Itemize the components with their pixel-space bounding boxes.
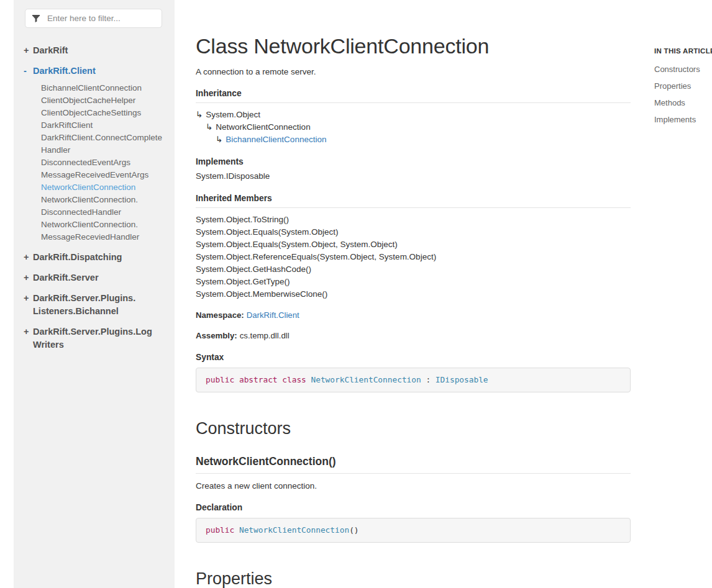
article: Class NetworkClientConnection A connecti… bbox=[196, 0, 631, 588]
properties-section-heading: Properties bbox=[196, 569, 631, 588]
nav-item-messagereceviedhandler[interactable]: NetworkClientConnection.​MessageRecevied… bbox=[41, 219, 170, 243]
filter-funnel-icon bbox=[32, 14, 40, 23]
in-this-article-rail: IN THIS ARTICLE Constructors Properties … bbox=[654, 47, 712, 132]
in-this-article-heading: IN THIS ARTICLE bbox=[654, 47, 712, 55]
class-summary: A connection to a remote server. bbox=[196, 66, 631, 78]
filter-box[interactable] bbox=[25, 9, 162, 28]
nav-group-row[interactable]: + DarkRift.Server bbox=[24, 271, 165, 284]
constructor-code-block: public NetworkClientConnection() bbox=[196, 518, 631, 543]
namespace-link[interactable]: DarkRift.Client bbox=[247, 310, 299, 320]
nav-group-label: DarkRift.Server.Plugins.​Listeners.Bicha… bbox=[33, 292, 162, 318]
inherited-member: System.Object.ToString() bbox=[196, 214, 631, 226]
article-toc-implements[interactable]: Implements bbox=[654, 115, 712, 124]
syntax-heading: Syntax bbox=[196, 353, 631, 362]
nav-group-row[interactable]: + DarkRift.Dispatching bbox=[24, 251, 165, 264]
inherited-member: System.Object.MemberwiseClone() bbox=[196, 288, 631, 301]
collapse-toggle-icon[interactable]: - bbox=[24, 65, 33, 78]
assembly-line: Assembly:cs.temp.dll.dll bbox=[196, 330, 631, 341]
nav-group-label: DarkRift bbox=[33, 44, 162, 57]
inherited-member: System.Object.Equals(System.Object, Syst… bbox=[196, 238, 631, 251]
tree-arrow-icon: ↳ bbox=[206, 122, 212, 132]
nav-item-clientobjectcachehelper[interactable]: ClientObjectCacheHelper bbox=[41, 94, 170, 107]
nav-group-darkrift: + DarkRift bbox=[24, 44, 165, 57]
nav-group-darkrift-server: + DarkRift.Server bbox=[24, 271, 165, 284]
nav-item-networkclientconnection[interactable]: NetworkClientConnection bbox=[41, 181, 170, 194]
nav-group-darkrift-dispatching: + DarkRift.Dispatching bbox=[24, 251, 165, 264]
tree-arrow-icon: ↳ bbox=[196, 110, 203, 119]
nav-group-label: DarkRift.Server.Plugins.Log​Writers bbox=[33, 325, 162, 351]
filter-input[interactable] bbox=[46, 13, 155, 24]
namespace-nav: + DarkRift - DarkRift.Client BichannelCl… bbox=[24, 44, 165, 351]
nav-group-row[interactable]: + DarkRift.Server.Plugins.Log​Writers bbox=[24, 325, 165, 351]
nav-group-label: DarkRift.Server bbox=[33, 271, 162, 284]
nav-leaf-list: BichannelClientConnection ClientObjectCa… bbox=[24, 82, 170, 243]
inherited-member: System.Object.GetType() bbox=[196, 276, 631, 288]
constructor-name: NetworkClientConnection() bbox=[196, 455, 631, 474]
nav-item-messagereceivedeventargs[interactable]: MessageReceivedEventArgs bbox=[41, 169, 170, 181]
page-title: Class NetworkClientConnection bbox=[196, 32, 631, 60]
expand-toggle-icon[interactable]: + bbox=[24, 251, 33, 264]
bichannelclientconnection-link[interactable]: BichannelClientConnection bbox=[226, 135, 326, 144]
implements-heading: Implements bbox=[196, 157, 631, 166]
inheritance-level-2: ↳BichannelClientConnection bbox=[196, 133, 631, 146]
tree-arrow-icon: ↳ bbox=[216, 135, 222, 144]
expand-toggle-icon[interactable]: + bbox=[24, 44, 33, 57]
expand-toggle-icon[interactable]: + bbox=[24, 292, 33, 318]
nav-item-bichannelclientconnection[interactable]: BichannelClientConnection bbox=[41, 82, 170, 94]
nav-group-label: DarkRift.Client bbox=[33, 65, 162, 78]
inheritance-heading: Inheritance bbox=[196, 89, 631, 103]
inheritance-type: System.Object bbox=[206, 110, 260, 119]
nav-item-disconnectedeventargs[interactable]: DisconnectedEventArgs bbox=[41, 156, 170, 169]
nav-item-disconnectedhandler[interactable]: NetworkClientConnection.​DisconnectedHan… bbox=[41, 194, 170, 219]
toc-sidebar: + DarkRift - DarkRift.Client BichannelCl… bbox=[14, 0, 175, 588]
expand-toggle-icon[interactable]: + bbox=[24, 271, 33, 284]
inheritance-level-0: ↳System.Object bbox=[196, 109, 631, 121]
constructors-section-heading: Constructors bbox=[196, 419, 631, 438]
nav-item-darkriftclient[interactable]: DarkRiftClient bbox=[41, 119, 170, 132]
nav-group-row[interactable]: + DarkRift bbox=[24, 44, 165, 57]
nav-group-bichannel-listeners: + DarkRift.Server.Plugins.​Listeners.Bic… bbox=[24, 292, 165, 318]
namespace-label: Namespace: bbox=[196, 310, 244, 320]
inherited-members-heading: Inherited Members bbox=[196, 194, 631, 208]
declaration-heading: Declaration bbox=[196, 503, 631, 512]
nav-item-clientobjectcachesettings[interactable]: ClientObjectCacheSettings bbox=[41, 107, 170, 119]
nav-item-connectcompletehandler[interactable]: DarkRiftClient.ConnectComplete​Handler bbox=[41, 132, 170, 156]
namespace-line: Namespace:DarkRift.Client bbox=[196, 310, 631, 321]
assembly-value: cs.temp.dll.dll bbox=[240, 331, 290, 340]
constructor-summary: Creates a new client connection. bbox=[196, 480, 631, 492]
inheritance-type: NetworkClientConnection bbox=[216, 122, 310, 132]
nav-group-row[interactable]: - DarkRift.Client bbox=[24, 65, 165, 78]
nav-group-row[interactable]: + DarkRift.Server.Plugins.​Listeners.Bic… bbox=[24, 292, 165, 318]
inheritance-level-1: ↳NetworkClientConnection bbox=[196, 121, 631, 133]
article-toc-properties[interactable]: Properties bbox=[654, 82, 712, 91]
inherited-member: System.Object.ReferenceEquals(System.Obj… bbox=[196, 251, 631, 263]
implements-item: System.IDisposable bbox=[196, 170, 631, 183]
nav-group-log-writers: + DarkRift.Server.Plugins.Log​Writers bbox=[24, 325, 165, 351]
implements-list: System.IDisposable bbox=[196, 170, 631, 183]
inherited-member: System.Object.Equals(System.Object) bbox=[196, 226, 631, 238]
inherited-members-list: System.Object.ToString() System.Object.E… bbox=[196, 214, 631, 301]
inherited-member: System.Object.GetHashCode() bbox=[196, 263, 631, 276]
nav-group-label: DarkRift.Dispatching bbox=[33, 251, 162, 264]
syntax-code-block: public abstract class NetworkClientConne… bbox=[196, 368, 631, 392]
nav-group-darkrift-client: - DarkRift.Client BichannelClientConnect… bbox=[24, 65, 165, 243]
article-toc-constructors[interactable]: Constructors bbox=[654, 65, 712, 74]
article-toc-methods[interactable]: Methods bbox=[654, 99, 712, 107]
expand-toggle-icon[interactable]: + bbox=[24, 325, 33, 351]
assembly-label: Assembly: bbox=[196, 331, 237, 340]
